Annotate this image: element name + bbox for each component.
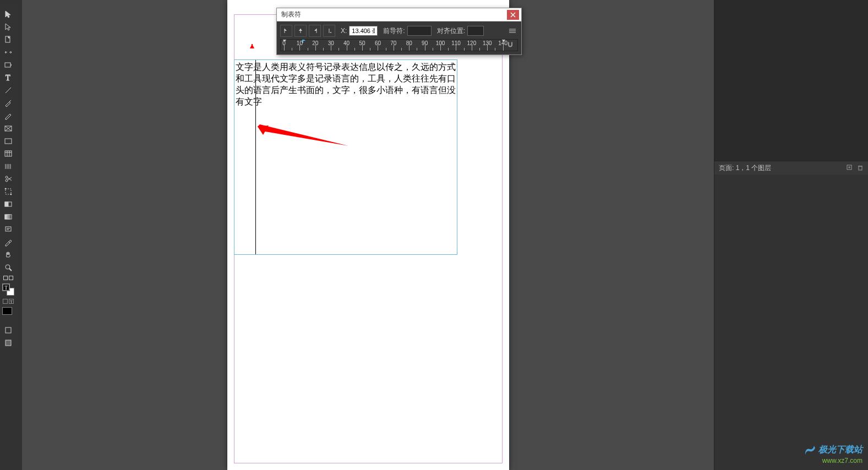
view-mode-preview[interactable]	[1, 336, 15, 349]
zoom-tool[interactable]	[1, 261, 15, 274]
direct-selection-tool[interactable]	[1, 20, 15, 33]
dialog-menu-button[interactable]	[507, 25, 518, 36]
table-tool[interactable]	[1, 147, 15, 160]
delete-page-icon[interactable]	[857, 164, 864, 172]
svg-marker-47	[314, 29, 316, 31]
svg-line-3	[6, 88, 11, 93]
align-input[interactable]	[467, 26, 484, 36]
note-tool[interactable]	[1, 223, 15, 236]
content-collector-tool[interactable]	[1, 58, 15, 71]
svg-rect-7	[5, 139, 12, 144]
ruler-tick-label: 50	[359, 40, 365, 46]
right-panel: 页面: 1，1 个图层	[714, 0, 868, 470]
dialog-body: X: 前导符: 对齐位置: 01020304050607080901001101…	[277, 21, 521, 54]
svg-point-16	[6, 179, 8, 182]
view-mode-normal[interactable]	[1, 324, 15, 336]
pen-tool[interactable]	[1, 96, 15, 109]
svg-rect-29	[6, 227, 11, 231]
tab-stop-line	[255, 60, 256, 254]
swap-colors[interactable]	[3, 276, 13, 280]
ruler-tick-label: 10	[297, 40, 303, 46]
gap-tool[interactable]	[1, 46, 15, 58]
text-frame[interactable]: 文字是人类用表义符号记录表达信息以传之，久远的方式和工具现代文字多是记录语言的，…	[234, 59, 457, 255]
svg-rect-8	[5, 151, 12, 156]
svg-text:T: T	[6, 74, 10, 82]
free-transform-tool[interactable]	[1, 185, 15, 198]
svg-point-22	[10, 194, 12, 195]
svg-marker-43	[285, 29, 287, 31]
pencil-tool[interactable]	[1, 109, 15, 122]
fill-stroke-swatch[interactable]: T	[2, 283, 14, 296]
pages-status-text: 页面: 1，1 个图层	[719, 163, 771, 173]
svg-rect-24	[5, 202, 8, 206]
line-tool[interactable]	[1, 84, 15, 96]
svg-point-32	[6, 265, 10, 269]
x-position-label: X:	[341, 27, 347, 35]
svg-line-19	[8, 177, 12, 180]
svg-rect-35	[6, 340, 11, 346]
x-position-input[interactable]	[349, 26, 378, 36]
ruler-tick-label: 30	[328, 40, 334, 46]
scissors-tool[interactable]	[1, 172, 15, 185]
hand-tool[interactable]	[1, 248, 15, 261]
svg-point-49	[330, 32, 331, 33]
eyedropper-tool[interactable]	[1, 236, 15, 248]
pages-panel-status: 页面: 1，1 个图层	[714, 161, 868, 174]
tools-panel: T T T	[0, 6, 17, 349]
dialog-titlebar[interactable]: 制表符	[277, 8, 521, 21]
dialog-title: 制表符	[281, 10, 301, 19]
tab-left-align-button[interactable]	[280, 25, 292, 37]
leader-input[interactable]	[407, 26, 432, 36]
svg-rect-1	[5, 63, 10, 67]
svg-line-33	[9, 269, 12, 271]
leader-label: 前导符:	[383, 26, 405, 36]
tabs-ruler[interactable]: 0102030405060708090100110120130140	[280, 39, 518, 51]
ruler-tick-label: 100	[436, 40, 445, 46]
rectangle-frame-tool[interactable]	[1, 122, 15, 134]
ruler-tick-label: 0	[282, 40, 286, 46]
new-page-icon[interactable]	[846, 164, 853, 172]
ruler-tick-label: 60	[375, 40, 381, 46]
dialog-close-button[interactable]	[507, 10, 519, 20]
align-label: 对齐位置:	[437, 26, 465, 36]
ruler-tick-label: 80	[406, 40, 412, 46]
gradient-feather-tool[interactable]	[1, 210, 15, 223]
svg-rect-60	[859, 166, 862, 170]
type-tool[interactable]: T	[1, 71, 15, 84]
tab-center-align-button[interactable]	[294, 25, 307, 37]
svg-rect-34	[6, 327, 11, 333]
document-page[interactable]: 文字是人类用表义符号记录表达信息以传之，久远的方式和工具现代文字多是记录语言的，…	[227, 0, 509, 470]
formatting-affects[interactable]: T	[3, 299, 14, 304]
rectangle-tool[interactable]	[1, 134, 15, 147]
svg-point-21	[5, 188, 6, 189]
svg-line-18	[8, 178, 12, 181]
table-grid-tool[interactable]	[1, 160, 15, 172]
ruler-tick-label: 90	[422, 40, 428, 46]
tabs-dialog: 制表符 X: 前导符: 对齐位置: 0102030405060708090100…	[276, 8, 522, 55]
svg-marker-45	[299, 29, 302, 31]
svg-rect-28	[8, 215, 10, 219]
panel-preview-area	[714, 0, 868, 161]
page-tool[interactable]	[1, 33, 15, 46]
snap-magnet-icon[interactable]	[506, 41, 514, 50]
ruler-tick-label: 20	[312, 40, 318, 46]
ruler-tick-label: 70	[390, 40, 396, 46]
tab-right-align-button[interactable]	[309, 25, 321, 37]
text-content[interactable]: 文字是人类用表义符号记录表达信息以传之，久远的方式和工具现代文字多是记录语言的，…	[234, 60, 457, 108]
selection-tool[interactable]	[1, 8, 15, 20]
svg-point-17	[6, 176, 8, 178]
gradient-swatch-tool[interactable]	[1, 198, 15, 210]
apply-color[interactable]	[2, 307, 14, 319]
ruler-tick-label: 110	[451, 40, 461, 46]
tab-decimal-align-button[interactable]	[323, 25, 335, 37]
ruler-tick-label: 120	[467, 40, 477, 46]
ruler-tick-label: 130	[483, 40, 492, 46]
canvas-area: 文字是人类用表义符号记录表达信息以传之，久远的方式和工具现代文字多是记录语言的，…	[22, 0, 714, 470]
ruler-tick-label: 40	[343, 40, 350, 46]
svg-rect-20	[6, 189, 11, 194]
